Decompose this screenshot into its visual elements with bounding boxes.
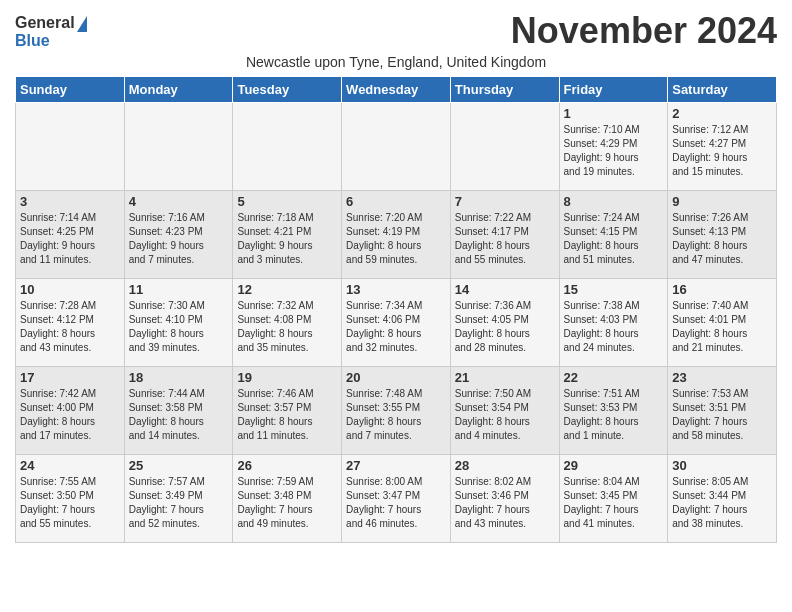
- calendar-day-8: 8Sunrise: 7:24 AM Sunset: 4:15 PM Daylig…: [559, 191, 668, 279]
- calendar-day-12: 12Sunrise: 7:32 AM Sunset: 4:08 PM Dayli…: [233, 279, 342, 367]
- weekday-header-monday: Monday: [124, 77, 233, 103]
- day-info: Sunrise: 7:32 AM Sunset: 4:08 PM Dayligh…: [237, 299, 337, 355]
- day-number: 25: [129, 458, 229, 473]
- calendar-day-29: 29Sunrise: 8:04 AM Sunset: 3:45 PM Dayli…: [559, 455, 668, 543]
- day-number: 17: [20, 370, 120, 385]
- day-number: 20: [346, 370, 446, 385]
- calendar-empty-cell: [124, 103, 233, 191]
- calendar-week-row: 17Sunrise: 7:42 AM Sunset: 4:00 PM Dayli…: [16, 367, 777, 455]
- day-number: 5: [237, 194, 337, 209]
- day-info: Sunrise: 8:00 AM Sunset: 3:47 PM Dayligh…: [346, 475, 446, 531]
- day-number: 7: [455, 194, 555, 209]
- day-info: Sunrise: 8:05 AM Sunset: 3:44 PM Dayligh…: [672, 475, 772, 531]
- calendar-day-5: 5Sunrise: 7:18 AM Sunset: 4:21 PM Daylig…: [233, 191, 342, 279]
- calendar-day-6: 6Sunrise: 7:20 AM Sunset: 4:19 PM Daylig…: [342, 191, 451, 279]
- calendar-day-7: 7Sunrise: 7:22 AM Sunset: 4:17 PM Daylig…: [450, 191, 559, 279]
- calendar-header-row: SundayMondayTuesdayWednesdayThursdayFrid…: [16, 77, 777, 103]
- day-number: 10: [20, 282, 120, 297]
- day-info: Sunrise: 7:20 AM Sunset: 4:19 PM Dayligh…: [346, 211, 446, 267]
- calendar-table: SundayMondayTuesdayWednesdayThursdayFrid…: [15, 76, 777, 543]
- day-number: 14: [455, 282, 555, 297]
- day-info: Sunrise: 7:30 AM Sunset: 4:10 PM Dayligh…: [129, 299, 229, 355]
- calendar-day-30: 30Sunrise: 8:05 AM Sunset: 3:44 PM Dayli…: [668, 455, 777, 543]
- calendar-day-4: 4Sunrise: 7:16 AM Sunset: 4:23 PM Daylig…: [124, 191, 233, 279]
- calendar-day-20: 20Sunrise: 7:48 AM Sunset: 3:55 PM Dayli…: [342, 367, 451, 455]
- day-number: 30: [672, 458, 772, 473]
- calendar-day-18: 18Sunrise: 7:44 AM Sunset: 3:58 PM Dayli…: [124, 367, 233, 455]
- day-number: 26: [237, 458, 337, 473]
- calendar-week-row: 10Sunrise: 7:28 AM Sunset: 4:12 PM Dayli…: [16, 279, 777, 367]
- calendar-day-19: 19Sunrise: 7:46 AM Sunset: 3:57 PM Dayli…: [233, 367, 342, 455]
- day-number: 27: [346, 458, 446, 473]
- day-number: 9: [672, 194, 772, 209]
- calendar-day-28: 28Sunrise: 8:02 AM Sunset: 3:46 PM Dayli…: [450, 455, 559, 543]
- day-info: Sunrise: 7:26 AM Sunset: 4:13 PM Dayligh…: [672, 211, 772, 267]
- day-number: 4: [129, 194, 229, 209]
- day-number: 29: [564, 458, 664, 473]
- page-header: General Blue November 2024: [15, 10, 777, 52]
- calendar-day-16: 16Sunrise: 7:40 AM Sunset: 4:01 PM Dayli…: [668, 279, 777, 367]
- calendar-empty-cell: [16, 103, 125, 191]
- day-info: Sunrise: 7:36 AM Sunset: 4:05 PM Dayligh…: [455, 299, 555, 355]
- day-info: Sunrise: 7:59 AM Sunset: 3:48 PM Dayligh…: [237, 475, 337, 531]
- day-info: Sunrise: 7:18 AM Sunset: 4:21 PM Dayligh…: [237, 211, 337, 267]
- calendar-week-row: 1Sunrise: 7:10 AM Sunset: 4:29 PM Daylig…: [16, 103, 777, 191]
- day-info: Sunrise: 7:28 AM Sunset: 4:12 PM Dayligh…: [20, 299, 120, 355]
- day-number: 15: [564, 282, 664, 297]
- calendar-empty-cell: [233, 103, 342, 191]
- day-info: Sunrise: 7:50 AM Sunset: 3:54 PM Dayligh…: [455, 387, 555, 443]
- day-info: Sunrise: 7:16 AM Sunset: 4:23 PM Dayligh…: [129, 211, 229, 267]
- weekday-header-saturday: Saturday: [668, 77, 777, 103]
- calendar-day-24: 24Sunrise: 7:55 AM Sunset: 3:50 PM Dayli…: [16, 455, 125, 543]
- calendar-week-row: 3Sunrise: 7:14 AM Sunset: 4:25 PM Daylig…: [16, 191, 777, 279]
- day-number: 11: [129, 282, 229, 297]
- calendar-day-1: 1Sunrise: 7:10 AM Sunset: 4:29 PM Daylig…: [559, 103, 668, 191]
- calendar-day-11: 11Sunrise: 7:30 AM Sunset: 4:10 PM Dayli…: [124, 279, 233, 367]
- day-info: Sunrise: 8:04 AM Sunset: 3:45 PM Dayligh…: [564, 475, 664, 531]
- day-info: Sunrise: 7:38 AM Sunset: 4:03 PM Dayligh…: [564, 299, 664, 355]
- calendar-day-26: 26Sunrise: 7:59 AM Sunset: 3:48 PM Dayli…: [233, 455, 342, 543]
- day-info: Sunrise: 7:51 AM Sunset: 3:53 PM Dayligh…: [564, 387, 664, 443]
- calendar-day-17: 17Sunrise: 7:42 AM Sunset: 4:00 PM Dayli…: [16, 367, 125, 455]
- calendar-empty-cell: [450, 103, 559, 191]
- day-number: 22: [564, 370, 664, 385]
- day-number: 21: [455, 370, 555, 385]
- day-info: Sunrise: 7:57 AM Sunset: 3:49 PM Dayligh…: [129, 475, 229, 531]
- calendar-day-10: 10Sunrise: 7:28 AM Sunset: 4:12 PM Dayli…: [16, 279, 125, 367]
- day-number: 19: [237, 370, 337, 385]
- day-number: 24: [20, 458, 120, 473]
- day-number: 28: [455, 458, 555, 473]
- day-number: 16: [672, 282, 772, 297]
- calendar-day-25: 25Sunrise: 7:57 AM Sunset: 3:49 PM Dayli…: [124, 455, 233, 543]
- day-info: Sunrise: 7:46 AM Sunset: 3:57 PM Dayligh…: [237, 387, 337, 443]
- day-number: 23: [672, 370, 772, 385]
- day-info: Sunrise: 7:48 AM Sunset: 3:55 PM Dayligh…: [346, 387, 446, 443]
- day-number: 12: [237, 282, 337, 297]
- calendar-day-22: 22Sunrise: 7:51 AM Sunset: 3:53 PM Dayli…: [559, 367, 668, 455]
- weekday-header-tuesday: Tuesday: [233, 77, 342, 103]
- day-info: Sunrise: 7:14 AM Sunset: 4:25 PM Dayligh…: [20, 211, 120, 267]
- calendar-day-13: 13Sunrise: 7:34 AM Sunset: 4:06 PM Dayli…: [342, 279, 451, 367]
- calendar-day-3: 3Sunrise: 7:14 AM Sunset: 4:25 PM Daylig…: [16, 191, 125, 279]
- day-number: 2: [672, 106, 772, 121]
- day-number: 8: [564, 194, 664, 209]
- calendar-week-row: 24Sunrise: 7:55 AM Sunset: 3:50 PM Dayli…: [16, 455, 777, 543]
- day-info: Sunrise: 7:34 AM Sunset: 4:06 PM Dayligh…: [346, 299, 446, 355]
- calendar-subtitle: Newcastle upon Tyne, England, United Kin…: [15, 54, 777, 70]
- weekday-header-sunday: Sunday: [16, 77, 125, 103]
- day-info: Sunrise: 7:12 AM Sunset: 4:27 PM Dayligh…: [672, 123, 772, 179]
- calendar-day-2: 2Sunrise: 7:12 AM Sunset: 4:27 PM Daylig…: [668, 103, 777, 191]
- day-number: 6: [346, 194, 446, 209]
- day-number: 1: [564, 106, 664, 121]
- weekday-header-wednesday: Wednesday: [342, 77, 451, 103]
- calendar-day-27: 27Sunrise: 8:00 AM Sunset: 3:47 PM Dayli…: [342, 455, 451, 543]
- calendar-day-9: 9Sunrise: 7:26 AM Sunset: 4:13 PM Daylig…: [668, 191, 777, 279]
- day-info: Sunrise: 7:42 AM Sunset: 4:00 PM Dayligh…: [20, 387, 120, 443]
- weekday-header-thursday: Thursday: [450, 77, 559, 103]
- day-info: Sunrise: 7:55 AM Sunset: 3:50 PM Dayligh…: [20, 475, 120, 531]
- logo-general: General: [15, 14, 87, 32]
- day-info: Sunrise: 7:40 AM Sunset: 4:01 PM Dayligh…: [672, 299, 772, 355]
- calendar-day-15: 15Sunrise: 7:38 AM Sunset: 4:03 PM Dayli…: [559, 279, 668, 367]
- month-title: November 2024: [511, 10, 777, 52]
- logo-blue: Blue: [15, 32, 50, 50]
